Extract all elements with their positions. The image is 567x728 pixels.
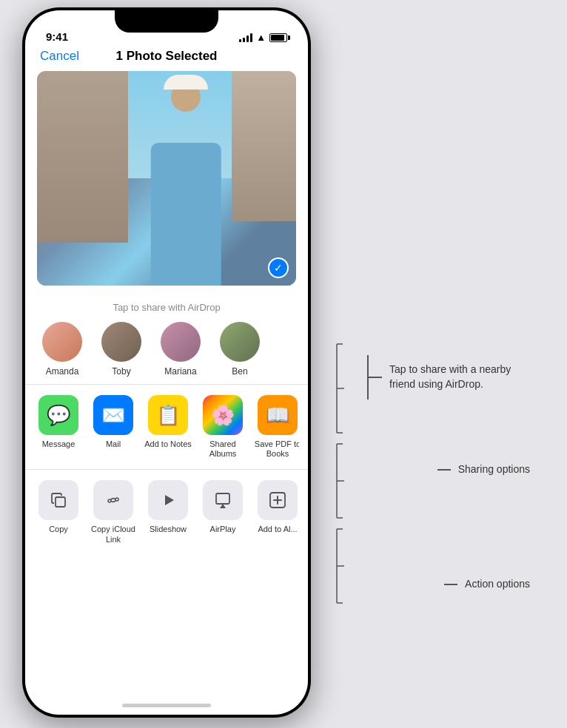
sharing-annotation-group: Sharing options — [437, 462, 530, 477]
svg-point-2 — [115, 498, 118, 501]
app-books[interactable]: 📖 Save PDF to Books — [253, 395, 299, 459]
mail-icon: ✉️ — [93, 395, 133, 435]
app-message[interactable]: 💬 Message — [34, 395, 83, 459]
notch — [115, 10, 218, 33]
action-copy-icloud[interactable]: Copy iCloud Link — [89, 480, 138, 544]
contact-ben[interactable]: Ben — [210, 322, 269, 377]
action-annotation-text: Action options — [465, 577, 530, 592]
airplay-icon — [203, 480, 243, 520]
person-head — [171, 82, 201, 112]
selection-checkmark: ✓ — [268, 257, 289, 278]
person-dress — [151, 143, 221, 286]
battery-icon — [269, 33, 287, 42]
cancel-button[interactable]: Cancel — [40, 49, 79, 64]
action-copy[interactable]: Copy — [34, 480, 83, 544]
app-shared-albums-label: Shared Albums — [198, 439, 247, 459]
action-airplay[interactable]: AirPlay — [198, 480, 247, 544]
message-icon: 💬 — [38, 395, 78, 435]
svg-rect-4 — [216, 493, 229, 504]
app-message-label: Message — [42, 439, 76, 449]
photo-container[interactable]: ✓ — [37, 71, 296, 286]
actions-section: Copy Copy iCloud Li — [25, 470, 308, 554]
svg-marker-5 — [220, 504, 226, 508]
share-sheet: Tap to share with AirDrop Amanda Toby — [25, 294, 308, 555]
avatar-ben — [220, 322, 260, 362]
contact-toby[interactable]: Toby — [92, 322, 151, 377]
home-indicator — [122, 704, 211, 707]
add-to-album-icon — [258, 480, 298, 520]
action-icloud-label: Copy iCloud Link — [89, 525, 138, 544]
status-icons: ▲ — [239, 32, 287, 43]
person-figure — [128, 82, 245, 286]
photo-image — [37, 71, 296, 286]
contact-name-toby: Toby — [112, 366, 130, 377]
notes-icon: 📋 — [148, 395, 188, 435]
phone-frame: 9:41 ▲ Cancel 1 Photo Selected — [22, 7, 311, 718]
signal-icon — [239, 33, 252, 42]
svg-rect-0 — [56, 497, 65, 507]
airdrop-annotation-group: Tap to share with a nearby friend using … — [367, 355, 530, 400]
action-copy-label: Copy — [49, 525, 68, 534]
person-hat — [164, 75, 208, 90]
svg-point-1 — [108, 499, 111, 502]
wifi-icon: ▲ — [256, 32, 266, 43]
contact-mariana[interactable]: Mariana — [151, 322, 210, 377]
apps-section: 💬 Message ✉️ Mail 📋 Add to Notes — [25, 385, 308, 470]
contact-name-amanda: Amanda — [46, 366, 79, 377]
airdrop-annotation-text: Tap to share with a nearby friend using … — [389, 363, 530, 391]
airdrop-contacts: Amanda Toby Mariana Ben — [25, 322, 308, 377]
action-slideshow-label: Slideshow — [150, 525, 187, 534]
scene: 9:41 ▲ Cancel 1 Photo Selected — [0, 0, 567, 728]
action-slideshow[interactable]: Slideshow — [144, 480, 192, 544]
sharing-annotation-text: Sharing options — [458, 462, 530, 477]
action-add-to-album[interactable]: Add to Al... — [253, 480, 299, 544]
contact-name-ben: Ben — [232, 366, 247, 377]
airdrop-section: Tap to share with AirDrop Amanda Toby — [25, 294, 308, 385]
books-icon: 📖 — [258, 395, 298, 435]
phone-screen: 9:41 ▲ Cancel 1 Photo Selected — [25, 10, 308, 715]
copy-icon — [38, 480, 78, 520]
app-notes[interactable]: 📋 Add to Notes — [144, 395, 192, 459]
action-airplay-label: AirPlay — [210, 525, 236, 534]
contact-name-mariana: Mariana — [164, 366, 196, 377]
app-books-label: Save PDF to Books — [253, 439, 299, 459]
app-mail[interactable]: ✉️ Mail — [89, 395, 138, 459]
airdrop-label: Tap to share with AirDrop — [25, 302, 308, 313]
buildings-left — [37, 71, 128, 243]
avatar-mariana — [161, 322, 201, 362]
bracket-svg — [307, 337, 344, 647]
app-mail-label: Mail — [106, 439, 121, 449]
svg-marker-3 — [165, 495, 174, 505]
apps-row: 💬 Message ✉️ Mail 📋 Add to Notes — [34, 395, 299, 459]
nav-bar: Cancel 1 Photo Selected — [25, 47, 308, 71]
action-annotation-group: Action options — [444, 577, 530, 592]
status-time: 9:41 — [46, 30, 68, 43]
app-shared-albums[interactable]: 🌸 Shared Albums — [198, 395, 247, 459]
page-title: 1 Photo Selected — [116, 49, 218, 64]
icloud-link-icon — [93, 480, 133, 520]
actions-row: Copy Copy iCloud Li — [34, 480, 299, 544]
contact-amanda[interactable]: Amanda — [33, 322, 92, 377]
avatar-amanda — [42, 322, 82, 362]
photos-icon: 🌸 — [203, 395, 243, 435]
action-add-label: Add to Al... — [258, 525, 297, 534]
slideshow-icon — [148, 480, 188, 520]
avatar-toby — [101, 322, 141, 362]
app-notes-label: Add to Notes — [144, 439, 192, 449]
